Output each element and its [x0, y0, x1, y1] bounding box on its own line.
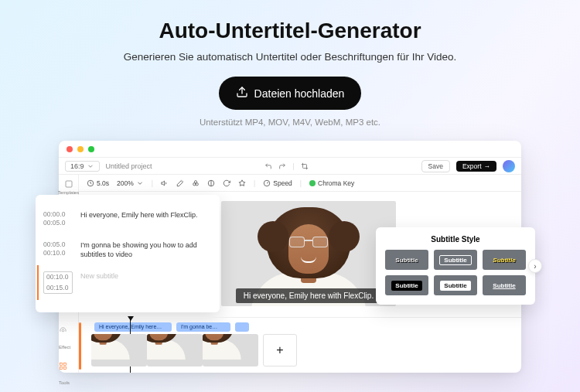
subtitle-text: I'm gonna be showing you how to add subt… — [80, 240, 210, 259]
chevron-down-icon — [87, 162, 94, 170]
aspect-ratio-label: 16:9 — [70, 162, 84, 170]
svg-rect-1 — [66, 181, 72, 187]
preview-caption: Hi everyone, Emily here with FlexClip. — [236, 288, 381, 303]
chroma-label: Chroma Key — [318, 179, 354, 187]
subtitle-style-option[interactable]: Subtitle — [434, 250, 477, 270]
save-button[interactable]: Save — [421, 160, 450, 172]
editor-toolbar: 5.0s 200% | | Speed | Chroma Key — [79, 175, 521, 192]
sidebar-item-label: Tools — [59, 380, 70, 385]
sidebar-item-label: Effect — [59, 345, 70, 349]
timeline-clip-thumb[interactable] — [203, 334, 258, 366]
chroma-key-control[interactable]: Chroma Key — [309, 179, 354, 187]
effect-icon — [59, 326, 67, 335]
subtitle-style-option[interactable]: Subtitle — [385, 250, 428, 270]
subtitle-text: Hi everyone, Emily here with FlexClip. — [80, 210, 198, 228]
export-button-label: Export — [462, 162, 482, 170]
subtitle-style-label: Subtitle — [395, 257, 418, 264]
svg-rect-15 — [60, 366, 62, 369]
speed-icon — [263, 179, 271, 187]
undo-icon[interactable] — [264, 162, 272, 170]
subtitle-style-label: Subtitle — [493, 257, 515, 264]
export-button[interactable]: Export → — [456, 161, 496, 172]
duration-control[interactable]: 5.0s — [87, 179, 109, 187]
svg-point-8 — [196, 182, 198, 185]
subtitle-style-label: Subtitle — [391, 281, 421, 291]
redo-icon[interactable] — [278, 162, 286, 170]
chevron-down-icon — [136, 179, 144, 187]
speed-label: Speed — [273, 179, 292, 187]
svg-rect-16 — [63, 366, 66, 369]
subtitle-row[interactable]: 00:00.0 00:05.0 Hi everyone, Emily here … — [43, 204, 210, 234]
templates-icon — [64, 179, 73, 189]
editor-topbar: 16:9 Untitled project | Save Export → — [59, 158, 521, 175]
subtitle-style-label: Subtitle — [439, 255, 471, 265]
subtitle-style-next[interactable]: › — [528, 259, 542, 273]
timeline-clip-thumb[interactable] — [147, 334, 203, 366]
subtitle-end-time[interactable]: 00:15.0 — [46, 284, 70, 292]
sidebar-item-templates[interactable]: Templates — [58, 179, 79, 195]
timeline-clip-thumb[interactable] — [91, 334, 147, 366]
rotate-icon[interactable] — [223, 179, 230, 187]
window-maximize-icon[interactable] — [88, 146, 94, 152]
subtitle-row[interactable]: 00:05.0 00:10.0 I'm gonna be showing you… — [43, 234, 210, 265]
svg-marker-5 — [162, 181, 165, 186]
subtitle-style-option[interactable]: Subtitle — [434, 275, 477, 295]
timeline[interactable]: Effect Tools Hi everyone, Emily here… I'… — [79, 317, 521, 373]
upload-button[interactable]: Dateien hochladen — [219, 77, 362, 110]
subtitle-style-option[interactable]: Subtitle — [483, 275, 526, 295]
clock-icon — [87, 179, 94, 187]
window-close-icon[interactable] — [67, 146, 73, 152]
chevron-right-icon: › — [534, 262, 536, 271]
add-clip-button[interactable]: + — [263, 334, 297, 366]
subtitle-style-option[interactable]: Subtitle — [483, 250, 526, 270]
svg-point-7 — [193, 182, 196, 185]
subtitle-new-input[interactable]: New subtitle — [80, 271, 118, 294]
upload-button-label: Dateien hochladen — [254, 87, 345, 100]
sidebar-item-tools[interactable]: Tools — [59, 360, 79, 387]
page-subtitle: Generieren Sie automatisch Untertitel od… — [0, 51, 580, 63]
window-titlebar — [59, 141, 521, 158]
subtitle-style-label: Subtitle — [440, 281, 470, 291]
project-title[interactable]: Untitled project — [106, 162, 152, 170]
avatar[interactable] — [503, 160, 515, 172]
subtitle-style-title: Subtitle Style — [385, 235, 526, 244]
filter-icon[interactable] — [192, 179, 200, 187]
settings-icon[interactable] — [238, 179, 246, 187]
speed-control[interactable]: Speed — [263, 179, 292, 187]
adjust-icon[interactable] — [207, 179, 215, 187]
subtitle-clip[interactable]: I'm gonna be… — [176, 322, 230, 332]
subtitle-style-panel: Subtitle Style Subtitle Subtitle Subtitl… — [376, 227, 535, 305]
zoom-label: 200% — [117, 179, 134, 187]
subtitle-style-option[interactable]: Subtitle — [385, 275, 428, 295]
editor-window: 16:9 Untitled project | Save Export → Te… — [59, 141, 521, 373]
zoom-control[interactable]: 200% — [117, 179, 144, 187]
page-title: Auto-Untertitel-Generator — [0, 19, 580, 43]
subtitle-start-time: 00:05.0 — [43, 240, 73, 249]
upload-icon — [236, 86, 248, 101]
timeline-start-marker — [79, 322, 81, 370]
subtitle-row-new[interactable]: 00:10.0 00:15.0 New subtitle — [37, 265, 210, 300]
subtitle-start-time: 00:00.0 — [43, 210, 73, 219]
supported-formats: Unterstützt MP4, MOV, M4V, WebM, MP3 etc… — [0, 118, 580, 127]
crop-icon[interactable] — [301, 162, 309, 170]
svg-point-12 — [62, 329, 64, 332]
window-minimize-icon[interactable] — [77, 146, 84, 152]
subtitle-clip[interactable] — [235, 322, 249, 332]
svg-rect-14 — [63, 363, 66, 365]
subtitle-style-label: Subtitle — [493, 282, 515, 289]
video-preview[interactable]: Hi everyone, Emily here with FlexClip. — [221, 201, 396, 306]
subtitle-start-time[interactable]: 00:10.0 — [46, 273, 70, 281]
wand-icon[interactable] — [176, 179, 184, 187]
aspect-ratio-select[interactable]: 16:9 — [65, 161, 100, 172]
sidebar-item-effect[interactable]: Effect — [59, 324, 79, 352]
arrow-right-icon: → — [484, 162, 491, 170]
subtitle-list-panel: 00:00.0 00:05.0 Hi everyone, Emily here … — [36, 195, 220, 312]
subtitle-clip[interactable]: Hi everyone, Emily here… — [94, 322, 172, 332]
tools-icon — [59, 362, 67, 370]
duration-label: 5.0s — [97, 179, 109, 187]
volume-icon[interactable] — [161, 179, 169, 187]
chroma-color-icon — [309, 180, 316, 186]
subtitle-end-time: 00:05.0 — [43, 219, 73, 227]
subtitle-end-time: 00:10.0 — [43, 249, 73, 257]
svg-marker-10 — [239, 179, 245, 186]
